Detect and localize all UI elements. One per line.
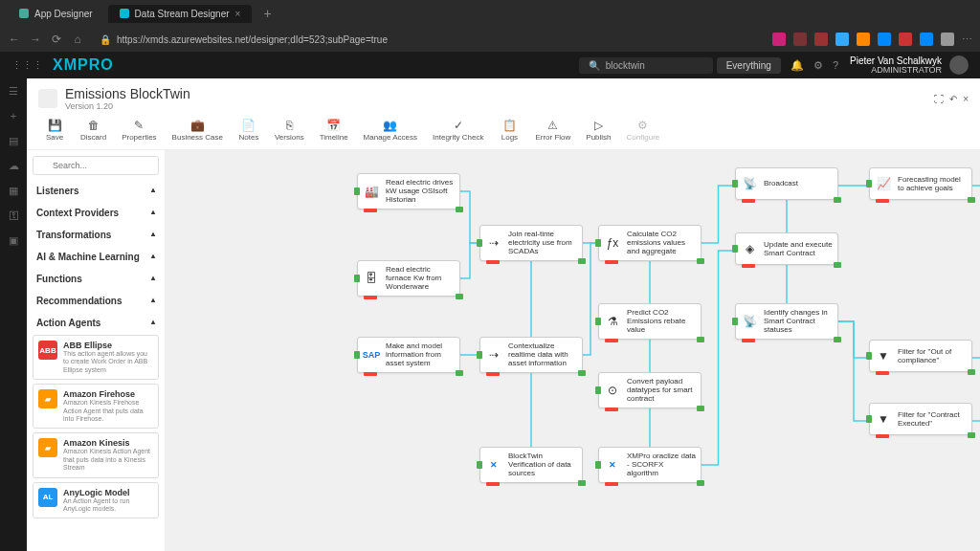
flow-node[interactable]: ⇢Contextualize realtime data with asset … — [479, 337, 583, 373]
accordion-header[interactable]: Context Providers▴ — [33, 203, 159, 223]
port-out[interactable] — [697, 258, 704, 264]
port-out[interactable] — [578, 370, 586, 376]
port-out[interactable] — [834, 262, 841, 268]
port-in[interactable] — [477, 239, 482, 247]
rail-home-icon[interactable]: ☰ — [7, 84, 20, 98]
global-search[interactable]: 🔍 blocktwin — [579, 57, 713, 74]
url-bar[interactable]: 🔒 https://xmds.azurewebsites.net/designe… — [92, 34, 765, 45]
flow-node[interactable]: 🗄Read electric furnace Kw from Wonderwar… — [357, 260, 460, 297]
port-in[interactable] — [866, 415, 872, 423]
toolbar-error-flow[interactable]: ⚠Error Flow — [529, 117, 576, 143]
ext-icon[interactable] — [772, 33, 786, 46]
port-in[interactable] — [866, 180, 872, 187]
ext-icon[interactable] — [857, 33, 870, 46]
port-in[interactable] — [595, 318, 601, 325]
home-icon[interactable]: ⌂ — [71, 33, 84, 46]
refresh-icon[interactable]: ⟳ — [50, 33, 63, 46]
ext-icon[interactable] — [878, 33, 891, 46]
flow-node[interactable]: ◈Update and execute Smart Contract — [735, 232, 838, 265]
flow-node[interactable]: ▼Filter for "Out of compliance" — [869, 340, 972, 372]
flow-node[interactable]: 📈Forecasting model to achieve goals — [869, 167, 972, 200]
undo-icon[interactable]: ↶ — [949, 94, 957, 104]
port-in[interactable] — [354, 351, 360, 359]
port-out[interactable] — [968, 369, 975, 375]
port-in[interactable] — [595, 461, 601, 469]
port-out[interactable] — [834, 197, 841, 203]
flow-node[interactable]: ✕XMPro oraclize data - SCORFX algorithm — [598, 447, 702, 483]
flow-node[interactable]: ⇢Join real-time electricity use from SCA… — [479, 225, 583, 261]
port-out[interactable] — [578, 480, 586, 486]
flow-node[interactable]: SAPMake and model information from asset… — [357, 337, 460, 373]
back-icon[interactable]: ← — [8, 33, 21, 46]
port-out[interactable] — [456, 370, 463, 376]
gear-icon[interactable]: ⚙ — [813, 59, 823, 72]
port-out[interactable] — [697, 337, 704, 342]
rail-calendar-icon[interactable]: ▣ — [7, 233, 20, 247]
toolbar-business-case[interactable]: 💼Business Case — [167, 117, 229, 143]
new-tab-button[interactable]: + — [256, 6, 278, 21]
search-scope-dropdown[interactable]: Everything — [717, 57, 781, 74]
port-out[interactable] — [697, 480, 704, 486]
agent-item[interactable]: ▰Amazon KinesisAmazon Kinesis Action Age… — [33, 432, 159, 477]
port-in[interactable] — [354, 275, 360, 282]
port-in[interactable] — [477, 351, 482, 359]
flow-node[interactable]: 📡Broadcast — [735, 167, 838, 200]
close-icon[interactable]: × — [235, 9, 241, 19]
port-in[interactable] — [866, 352, 872, 360]
port-in[interactable] — [732, 318, 738, 325]
toolbar-manage-access[interactable]: 👥Manage Access — [358, 117, 423, 143]
rail-list-icon[interactable]: ▤ — [7, 134, 20, 147]
expand-icon[interactable]: ⛶ — [934, 94, 944, 104]
bell-icon[interactable]: 🔔 — [791, 59, 804, 72]
rail-key-icon[interactable]: ⚿ — [7, 209, 20, 222]
toolbar-versions[interactable]: ⎘Versions — [269, 117, 310, 143]
agent-item[interactable]: ▰Amazon FirehoseAmazon Kinesis Firehose … — [33, 384, 159, 429]
flow-node[interactable]: 🏭Read electric drives kW usage OSIsoft H… — [357, 173, 460, 209]
agent-item[interactable]: ABBABB EllipseThis action agent allows y… — [33, 335, 159, 380]
close-icon[interactable]: × — [963, 94, 969, 104]
toolbar-integrity-check[interactable]: ✓Integrity Check — [427, 117, 489, 143]
agent-item[interactable]: ALAnyLogic ModelAn Action Agent to run A… — [33, 482, 159, 519]
port-in[interactable] — [595, 239, 601, 247]
rail-cloud-icon[interactable]: ☁ — [7, 159, 20, 172]
rail-chart-icon[interactable]: ▦ — [7, 184, 20, 197]
port-out[interactable] — [697, 406, 704, 411]
accordion-header[interactable]: Action Agents▴ — [33, 313, 159, 333]
browser-tab-active[interactable]: Data Stream Designer × — [108, 5, 253, 23]
port-in[interactable] — [595, 386, 601, 394]
port-in[interactable] — [732, 180, 738, 187]
ext-icon[interactable] — [920, 33, 933, 46]
port-in[interactable] — [477, 461, 482, 469]
toolbar-timeline[interactable]: 📅Timeline — [314, 117, 354, 143]
avatar[interactable] — [949, 55, 969, 75]
ext-icon[interactable] — [814, 33, 828, 46]
canvas[interactable]: 🏭Read electric drives kW usage OSIsoft H… — [166, 150, 980, 551]
rail-add-icon[interactable]: + — [7, 109, 20, 122]
toolbar-discard[interactable]: 🗑Discard — [75, 117, 112, 143]
more-icon[interactable]: ⋯ — [962, 33, 972, 46]
flow-node[interactable]: 📡Identify changes in Smart Contract stat… — [735, 303, 838, 340]
toolbar-notes[interactable]: 📄Notes — [233, 117, 265, 143]
port-out[interactable] — [834, 337, 841, 342]
toolbar-save[interactable]: 💾Save — [38, 117, 71, 143]
port-out[interactable] — [456, 294, 463, 299]
ext-icon[interactable] — [941, 33, 954, 46]
accordion-header[interactable]: Listeners▴ — [33, 181, 159, 201]
port-out[interactable] — [578, 258, 586, 264]
port-out[interactable] — [968, 197, 975, 203]
ext-icon[interactable] — [793, 33, 807, 46]
accordion-header[interactable]: AI & Machine Learning▴ — [33, 247, 159, 267]
toolbar-logs[interactable]: 📋Logs — [493, 117, 525, 143]
help-icon[interactable]: ? — [833, 59, 838, 72]
flow-node[interactable]: ✕BlockTwin Verification of data sources — [479, 447, 583, 483]
ext-icon[interactable] — [835, 33, 849, 46]
toolbar-properties[interactable]: ✎Properties — [116, 117, 162, 143]
port-in[interactable] — [354, 187, 360, 195]
forward-icon[interactable]: → — [29, 33, 42, 46]
accordion-header[interactable]: Transformations▴ — [33, 225, 159, 245]
flow-node[interactable]: ▼Filter for "Contract Executed" — [869, 403, 972, 435]
accordion-header[interactable]: Functions▴ — [33, 269, 159, 289]
app-grid-icon[interactable]: ⋮⋮⋮ — [11, 59, 43, 72]
accordion-header[interactable]: Recommendations▴ — [33, 291, 159, 311]
flow-node[interactable]: ⊙Convert payload datatypes for smart con… — [598, 372, 702, 408]
